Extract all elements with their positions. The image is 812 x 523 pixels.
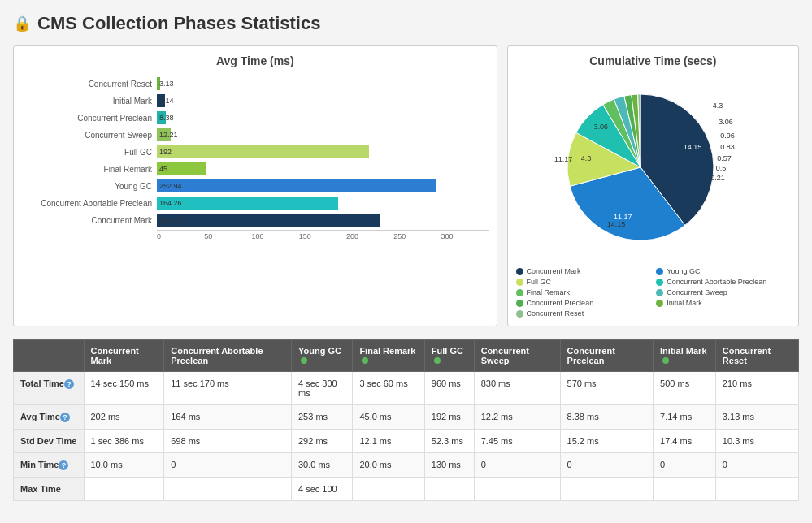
table-cell: 192 ms	[424, 405, 474, 430]
pie-container: 14.1511.174.33.064.33.060.960.830.570.50…	[516, 74, 790, 318]
help-icon[interactable]: ?	[64, 379, 74, 389]
bar-label: Concurrent Sweep	[22, 131, 152, 140]
legend-label: Concurrent Preclean	[527, 299, 594, 307]
bar-fill: 164.26	[157, 197, 338, 210]
table-cell: 52.3 ms	[424, 430, 474, 453]
legend-dot	[516, 268, 523, 275]
bar-fill: 7.14	[157, 94, 165, 107]
bar-label: Final Remark	[22, 165, 152, 174]
table-header-cell: Young GC	[291, 340, 352, 372]
bar-label: Concurrent Abortable Preclean	[22, 199, 152, 208]
table-cell: 0	[560, 453, 654, 478]
bar-label: Young GC	[22, 182, 152, 191]
legend-label: Concurrent Abortable Preclean	[667, 278, 766, 286]
row-header-cell: Min Time?	[14, 453, 85, 478]
legend-dot	[656, 289, 663, 296]
bar-row: Concurrent Preclean8.38	[22, 111, 489, 124]
lock-icon: 🔒	[13, 15, 31, 32]
table-cell: 12.2 ms	[474, 405, 560, 430]
legend-dot	[656, 268, 663, 275]
pie-label: 14.15	[684, 143, 702, 151]
pie-external-label: 4.3	[713, 102, 723, 110]
row-header-cell: Total Time?	[14, 372, 85, 405]
table-cell: 14 sec 150 ms	[84, 372, 164, 405]
green-dot	[434, 357, 441, 364]
legend-item: Young GC	[656, 267, 790, 275]
legend-item: Final Remark	[516, 288, 650, 296]
pie-legend: Concurrent MarkYoung GCFull GCConcurrent…	[516, 267, 790, 318]
bar-chart-box: Avg Time (ms) Concurrent Reset3.13Initia…	[13, 45, 497, 326]
legend-item: Concurrent Mark	[516, 267, 650, 275]
bar-row: Final Remark45	[22, 162, 489, 175]
bar-fill: 8.38	[157, 111, 166, 124]
bar-value: 45	[159, 165, 167, 173]
bar-label: Initial Mark	[22, 97, 152, 106]
legend-label: Full GC	[527, 278, 552, 286]
table-cell: 4 sec 300 ms	[291, 372, 352, 405]
table-cell	[654, 478, 716, 501]
table-row: Avg Time?202 ms164 ms253 ms45.0 ms192 ms…	[14, 405, 799, 430]
table-cell: 164 ms	[164, 405, 292, 430]
table-header-cell: Concurrent Preclean	[560, 340, 654, 372]
table-cell	[424, 478, 474, 501]
legend-label: Concurrent Reset	[527, 309, 584, 318]
bar-value: 202.14	[159, 216, 182, 224]
bar-row: Concurrent Reset3.13	[22, 77, 489, 90]
table-cell: 20.0 ms	[353, 453, 424, 478]
pie-chart-box: Cumulative Time (secs) 14.1511.174.33.06…	[507, 45, 799, 326]
table-header-cell: Concurrent Reset	[715, 340, 798, 372]
table-cell: 8.38 ms	[560, 405, 654, 430]
help-icon[interactable]: ?	[59, 460, 68, 470]
table-cell: 292 ms	[291, 430, 352, 453]
pie-external-label: 3.06	[719, 118, 734, 126]
page-title: 🔒 CMS Collection Phases Statistics	[13, 13, 799, 34]
bar-row: Full GC192	[22, 145, 489, 158]
legend-dot	[516, 300, 523, 307]
bar-label: Concurrent Preclean	[22, 114, 152, 123]
bar-value: 252.94	[159, 182, 182, 190]
bar-value: 8.38	[159, 114, 174, 122]
pie-external-label: 11.17	[554, 155, 573, 163]
stats-table: Concurrent MarkConcurrent Abortable Prec…	[13, 339, 799, 501]
axis-tick: 100	[251, 232, 298, 240]
table-cell: 698 ms	[164, 430, 292, 453]
legend-dot	[516, 289, 523, 296]
bar-label: Concurrent Mark	[22, 216, 152, 225]
table-cell: 3 sec 60 ms	[353, 372, 424, 405]
table-row: Min Time?10.0 ms030.0 ms20.0 ms130 ms000…	[14, 453, 799, 478]
green-dot	[662, 357, 669, 364]
bar-fill: 202.14	[157, 214, 380, 227]
table-cell: 1 sec 386 ms	[84, 430, 164, 453]
table-cell: 830 ms	[474, 372, 560, 405]
bar-label: Concurrent Reset	[22, 80, 152, 89]
bar-chart-area: Concurrent Reset3.13Initial Mark7.14Conc…	[22, 74, 489, 230]
row-header-cell: Max Time	[14, 478, 85, 501]
pie-external-label: 0.96	[721, 132, 736, 140]
bar-track: 7.14	[157, 94, 489, 107]
table-cell: 253 ms	[291, 405, 352, 430]
table-cell	[715, 478, 798, 501]
pie-label: 3.06	[594, 123, 609, 131]
table-header-cell: Concurrent Sweep	[474, 340, 560, 372]
legend-item: Concurrent Abortable Preclean	[656, 278, 790, 286]
page-container: 🔒 CMS Collection Phases Statistics Avg T…	[0, 0, 812, 514]
legend-item: Concurrent Sweep	[656, 288, 790, 296]
table-cell: 0	[654, 453, 716, 478]
pie-label: 4.3	[581, 154, 592, 162]
bar-track: 202.14	[157, 214, 489, 227]
bar-fill: 12.21	[157, 128, 171, 141]
bar-track: 164.26	[157, 197, 489, 210]
bar-label: Full GC	[22, 148, 152, 157]
row-header-cell: Avg Time?	[14, 405, 85, 430]
help-icon[interactable]: ?	[60, 413, 70, 422]
axis-tick: 250	[393, 232, 441, 240]
legend-label: Concurrent Mark	[527, 267, 581, 275]
legend-item: Concurrent Preclean	[516, 299, 650, 307]
table-cell: 0	[474, 453, 560, 478]
axis-tick: 0	[157, 232, 204, 240]
bar-row: Concurrent Mark202.14	[22, 214, 489, 227]
table-cell: 0	[164, 453, 292, 478]
pie-chart-title: Cumulative Time (secs)	[516, 54, 790, 67]
bar-value: 192	[159, 148, 172, 156]
table-cell: 0	[715, 453, 798, 478]
